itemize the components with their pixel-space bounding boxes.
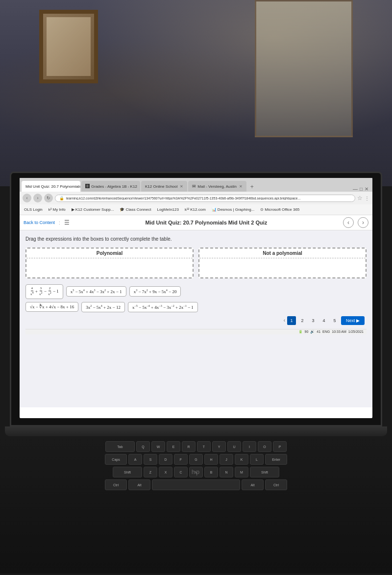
expr-2[interactable]: x5 − 5x4 + 4x3 − 3x2 + 2x − 1: [66, 286, 126, 297]
not-polynomial-zone[interactable]: Not a polynomial: [198, 248, 367, 278]
tab-mail[interactable]: ✉ Mail - Versteeg, Austin ✕: [188, 181, 246, 192]
expr-5[interactable]: 3x2 − 5x4 + 2x − 12: [81, 302, 125, 312]
maximize-button[interactable]: □: [360, 186, 363, 192]
key-g[interactable]: G: [189, 454, 203, 465]
key-caps[interactable]: Caps: [105, 454, 127, 465]
tab-k12[interactable]: K12 Online School ✕: [141, 181, 187, 192]
refresh-button[interactable]: ↻: [44, 194, 53, 202]
instruction-text: Drag the expressions into the boxes to c…: [25, 236, 367, 242]
prev-page-arrow[interactable]: ‹: [284, 318, 285, 323]
bookmark-office[interactable]: ⊙Microsoft Office 365: [259, 207, 301, 212]
laptop-body: [5, 426, 387, 436]
key-k[interactable]: K: [235, 454, 248, 465]
quiz-content: Drag the expressions into the boxes to c…: [20, 230, 372, 407]
key-shift-right[interactable]: Shift: [250, 467, 279, 477]
bookmark-k12com-label: K12.com: [190, 207, 206, 212]
key-tab[interactable]: Tab: [105, 441, 135, 452]
tab-grades[interactable]: 🅱 Grades - Algebra 1B - K12 ✕: [81, 181, 140, 192]
page-4[interactable]: 4: [319, 316, 328, 325]
expr-4[interactable]: √x − ∛x + 4√x − 8x + 16: [25, 302, 78, 312]
bookmark-myinfo-label: My Info: [52, 207, 65, 212]
minimize-button[interactable]: —: [353, 186, 358, 192]
drop-zones: Polynomial Not a polynomial: [25, 248, 367, 278]
nav-arrow-left[interactable]: ‹: [343, 217, 354, 228]
tab-close-grades[interactable]: ✕: [140, 184, 140, 189]
key-i[interactable]: I: [243, 441, 256, 452]
tab-close-k12[interactable]: ✕: [180, 184, 183, 189]
hamburger-icon[interactable]: ☰: [64, 219, 70, 226]
key-b[interactable]: B: [204, 467, 218, 477]
forward-button[interactable]: ›: [33, 194, 42, 202]
bookmark-star[interactable]: ☆: [357, 195, 363, 201]
key-s[interactable]: S: [144, 454, 157, 465]
bookmark-k12com[interactable]: k¹²K12.com: [183, 207, 207, 212]
expr-1[interactable]: 4x4 + 3x2 − 2x2 − 1: [25, 284, 63, 299]
polynomial-zone[interactable]: Polynomial: [25, 248, 194, 278]
bookmark-ols[interactable]: OLS Login: [23, 207, 44, 212]
expr-3[interactable]: x3 − 7x2 + 9x − 5x4 − 20: [129, 286, 181, 297]
key-l[interactable]: L: [250, 454, 264, 465]
expr-6[interactable]: x−5 − 5x−4 + 4x−3 − 3x−2 + 2x−1 − 1: [128, 302, 198, 312]
key-u[interactable]: U: [227, 441, 241, 452]
key-j[interactable]: J: [220, 454, 233, 465]
page-1[interactable]: 1: [287, 316, 296, 325]
key-x[interactable]: X: [159, 467, 172, 477]
key-h[interactable]: H: [204, 454, 218, 465]
back-button[interactable]: ‹: [23, 194, 31, 202]
close-window-button[interactable]: ✕: [365, 186, 368, 192]
key-m[interactable]: M: [235, 467, 248, 477]
expressions-row-2: √x − ∛x + 4√x − 8x + 16 3x2 − 5x4 + 2x −…: [25, 302, 367, 312]
tab-quiz[interactable]: Mid Unit Quiz: 20.7 Polynomials Mid Unit…: [22, 181, 80, 192]
tab-close-mail[interactable]: ✕: [239, 184, 243, 189]
key-f[interactable]: F: [174, 454, 188, 465]
polynomial-drop-body[interactable]: [26, 258, 193, 277]
key-n[interactable]: N: [220, 467, 233, 477]
key-row-4: Ctrl Alt Alt Ctrl: [105, 479, 287, 490]
key-o[interactable]: O: [258, 441, 271, 452]
key-c[interactable]: C: [174, 467, 188, 477]
key-w[interactable]: W: [151, 441, 165, 452]
address-bar-row: ‹ › ↻ 🔒 learning.k12.com/d2l/le/enhanced…: [20, 192, 372, 204]
key-ctrl[interactable]: Ctrl: [105, 479, 127, 490]
next-button[interactable]: Next ▶: [341, 316, 365, 325]
key-a[interactable]: A: [128, 454, 142, 465]
key-q[interactable]: Q: [136, 441, 150, 452]
new-tab-button[interactable]: +: [247, 182, 257, 192]
bookmark-office-label: Microsoft Office 365: [265, 207, 299, 212]
page-5-label: 5: [333, 318, 336, 323]
key-y[interactable]: Y: [212, 441, 226, 452]
bookmark-connect[interactable]: 🎓Class Connect: [118, 207, 152, 212]
key-d[interactable]: D: [159, 454, 172, 465]
expressions-row-1: 4x4 + 3x2 − 2x2 − 1 x5 − 5x4 + 4x3 − 3x2…: [25, 284, 367, 299]
key-e[interactable]: E: [167, 441, 180, 452]
bookmark-desmos-icon: 📊: [212, 207, 217, 212]
key-enter[interactable]: Enter: [265, 454, 287, 465]
key-t[interactable]: T: [197, 441, 211, 452]
key-row-2: Caps A S D F G H J K L Enter: [105, 454, 287, 465]
key-ctrl-right[interactable]: Ctrl: [265, 479, 287, 490]
key-z[interactable]: Z: [144, 467, 157, 477]
key-p[interactable]: P: [273, 441, 287, 452]
back-to-content-link[interactable]: Back to Content: [24, 220, 55, 225]
key-alt[interactable]: Alt: [128, 479, 150, 490]
page-5[interactable]: 5: [330, 316, 339, 325]
expr-2-text: x5 − 5x4 + 4x3 − 3x2 + 2x − 1: [71, 289, 122, 294]
bookmark-desmos[interactable]: 📊Desmos | Graphing...: [210, 207, 256, 212]
not-polynomial-drop-body[interactable]: [199, 258, 366, 277]
page-3[interactable]: 3: [309, 316, 318, 325]
address-box[interactable]: 🔒 learning.k12.com/d2l/le/enhancedSequen…: [55, 195, 355, 202]
key-alt-right[interactable]: Alt: [242, 479, 264, 490]
bookmark-k12com-icon: k¹²: [185, 207, 189, 212]
key-shift-left[interactable]: Shift: [113, 467, 142, 477]
extensions-icon[interactable]: ⋮: [365, 196, 369, 201]
nav-arrow-right[interactable]: ›: [358, 217, 368, 228]
bookmark-support[interactable]: ▶K12 Customer Supp...: [70, 207, 116, 212]
key-r[interactable]: R: [182, 441, 196, 452]
bookmark-connect-label: Class Connect: [125, 207, 151, 212]
bookmark-logmein[interactable]: LogMeIn123: [155, 207, 180, 212]
browser-chrome: Mid Unit Quiz: 20.7 Polynomials Mid Unit…: [20, 178, 372, 215]
bookmark-myinfo[interactable]: k²My Info: [47, 207, 67, 212]
key-space[interactable]: [152, 479, 240, 490]
bookmark-icon: k²: [49, 207, 52, 212]
page-2[interactable]: 2: [298, 316, 307, 325]
